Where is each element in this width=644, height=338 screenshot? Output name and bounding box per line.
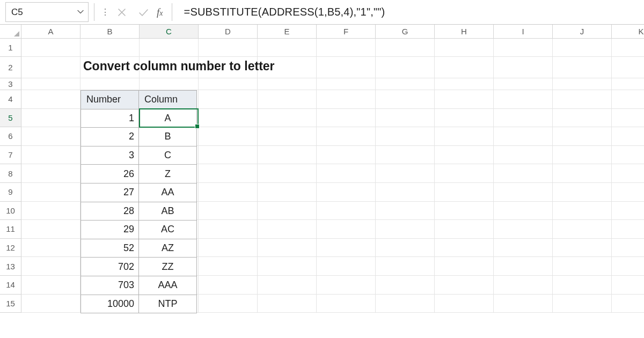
cell[interactable]	[199, 202, 258, 221]
cell[interactable]	[435, 164, 494, 183]
cell-number[interactable]: 27	[81, 183, 139, 202]
row-header-2[interactable]: 2	[0, 57, 21, 78]
cell[interactable]	[258, 183, 317, 202]
cell[interactable]	[258, 146, 317, 165]
cell[interactable]	[317, 57, 376, 78]
cell[interactable]	[258, 220, 317, 239]
cell[interactable]	[21, 220, 80, 239]
cell[interactable]	[494, 146, 553, 165]
cell[interactable]	[317, 257, 376, 276]
cell[interactable]	[21, 257, 80, 276]
cell[interactable]	[21, 127, 80, 146]
cell[interactable]	[612, 109, 644, 128]
cell[interactable]	[612, 90, 644, 109]
cell[interactable]	[612, 202, 644, 221]
cell-number[interactable]: 52	[81, 239, 139, 258]
cell[interactable]	[494, 164, 553, 183]
cell[interactable]	[376, 183, 435, 202]
cell[interactable]	[553, 127, 612, 146]
cell[interactable]	[317, 127, 376, 146]
cell[interactable]	[612, 239, 644, 258]
cell[interactable]	[612, 276, 644, 295]
cell[interactable]	[376, 295, 435, 313]
cell-column[interactable]: AA	[139, 183, 197, 202]
cell[interactable]	[494, 57, 553, 78]
cell[interactable]	[21, 109, 80, 128]
cell[interactable]	[435, 276, 494, 295]
cell[interactable]	[553, 202, 612, 221]
cell[interactable]	[376, 146, 435, 165]
cell[interactable]	[494, 127, 553, 146]
cell[interactable]	[494, 239, 553, 258]
cell[interactable]	[435, 220, 494, 239]
cell[interactable]	[317, 78, 376, 90]
cell[interactable]	[21, 90, 80, 109]
cell[interactable]	[21, 57, 80, 78]
table-header-number[interactable]: Number	[81, 91, 139, 109]
cell[interactable]	[494, 276, 553, 295]
cell[interactable]	[612, 78, 644, 90]
column-header-B[interactable]: B	[80, 25, 140, 38]
column-header-E[interactable]: E	[258, 25, 317, 38]
cell[interactable]	[376, 239, 435, 258]
column-header-G[interactable]: G	[376, 25, 435, 38]
cell[interactable]	[553, 183, 612, 202]
cell[interactable]	[612, 183, 644, 202]
cell[interactable]	[199, 220, 258, 239]
cell[interactable]	[435, 295, 494, 313]
cell[interactable]	[258, 127, 317, 146]
row-header-15[interactable]: 15	[0, 295, 21, 313]
cell[interactable]	[612, 57, 644, 78]
cell[interactable]	[21, 239, 80, 258]
cell[interactable]	[317, 146, 376, 165]
cell[interactable]	[21, 295, 80, 313]
row-header-8[interactable]: 8	[0, 164, 21, 183]
cell[interactable]	[494, 183, 553, 202]
cell-column[interactable]: NTP	[139, 295, 197, 313]
cell[interactable]	[317, 183, 376, 202]
cell[interactable]	[612, 146, 644, 165]
cell[interactable]	[258, 78, 317, 90]
cell[interactable]	[435, 257, 494, 276]
cell[interactable]	[376, 127, 435, 146]
enter-formula-button[interactable]	[134, 2, 152, 22]
name-box[interactable]: C5	[5, 2, 89, 22]
cell-number[interactable]: 28	[81, 202, 139, 221]
cell[interactable]	[140, 78, 199, 90]
cell[interactable]	[199, 276, 258, 295]
row-header-5[interactable]: 5	[0, 109, 21, 128]
cell-column[interactable]: C	[139, 146, 197, 165]
cell-number[interactable]: 702	[81, 258, 139, 276]
cell-column[interactable]: AAA	[139, 276, 197, 295]
cell[interactable]	[21, 276, 80, 295]
cell[interactable]	[317, 239, 376, 258]
cell[interactable]	[21, 202, 80, 221]
cell[interactable]	[317, 202, 376, 221]
cell-column[interactable]: ZZ	[139, 258, 197, 276]
cell[interactable]	[317, 39, 376, 57]
row-header-9[interactable]: 9	[0, 183, 21, 202]
cell[interactable]	[494, 90, 553, 109]
select-all-cell[interactable]	[0, 25, 21, 38]
cell[interactable]	[435, 109, 494, 128]
cell-number[interactable]: 703	[81, 276, 139, 295]
cell-number[interactable]: 29	[81, 221, 139, 239]
cell[interactable]	[258, 164, 317, 183]
cell[interactable]	[258, 276, 317, 295]
cell[interactable]	[376, 57, 435, 78]
cell[interactable]	[199, 257, 258, 276]
cell[interactable]	[494, 295, 553, 313]
cell[interactable]	[199, 109, 258, 128]
cell[interactable]	[553, 90, 612, 109]
row-header-12[interactable]: 12	[0, 239, 21, 258]
cell[interactable]	[199, 127, 258, 146]
row-header-11[interactable]: 11	[0, 220, 21, 239]
cell[interactable]	[553, 276, 612, 295]
cell[interactable]	[494, 220, 553, 239]
cell-number[interactable]: 26	[81, 165, 139, 183]
cell[interactable]	[612, 220, 644, 239]
cell[interactable]	[317, 276, 376, 295]
cell[interactable]	[435, 78, 494, 90]
cell[interactable]	[258, 295, 317, 313]
cell[interactable]	[376, 39, 435, 57]
